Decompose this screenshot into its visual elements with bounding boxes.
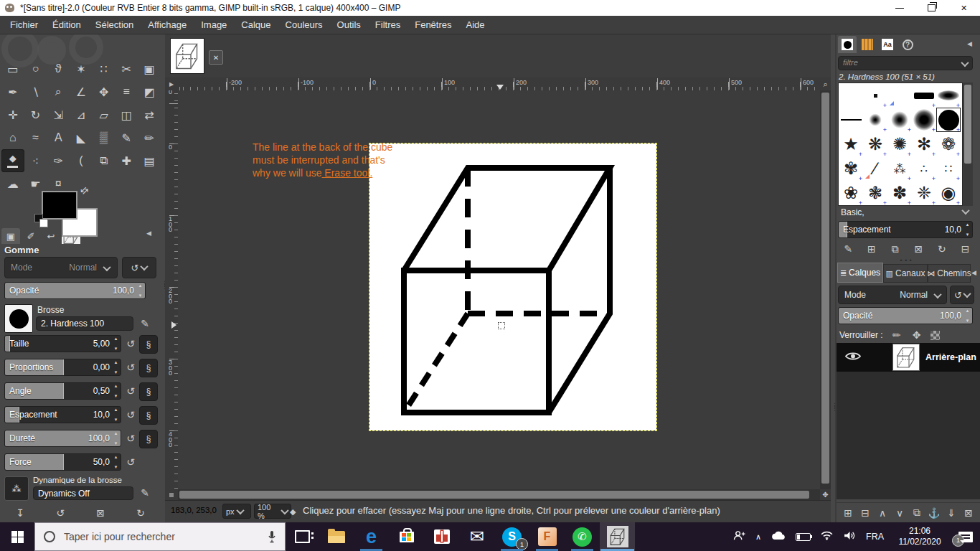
menu-image[interactable]: Image (194, 19, 234, 30)
brush-oil-stroke[interactable]: ∕ (863, 156, 887, 181)
layer-opacity[interactable]: Opacité100,0▴▾ (838, 307, 973, 324)
brush-block-bar[interactable] (912, 83, 936, 108)
brush-blank[interactable] (839, 83, 863, 108)
link-2-icon[interactable]: § (139, 382, 158, 401)
delete-tool-preset-icon[interactable]: ⊠ (92, 505, 109, 521)
merge-down-icon[interactable]: ⇓ (943, 505, 960, 521)
people-icon[interactable] (732, 530, 746, 544)
tab-layers[interactable]: ≣Calques (837, 263, 883, 283)
default-colors-icon-bg[interactable] (39, 219, 48, 227)
tool-ellipse-select[interactable]: ○ (24, 57, 47, 80)
tab-undo-history[interactable]: ↩ (42, 228, 60, 244)
tool-transform-3d[interactable]: ◫ (115, 103, 138, 126)
battery-icon[interactable] (796, 533, 811, 541)
new-brush-icon[interactable]: ⊞ (863, 241, 880, 257)
vertical-scrollbar[interactable] (820, 90, 831, 489)
option-taille[interactable]: Taille5,00▴▾ (4, 335, 121, 352)
raise-layer-icon[interactable]: ∧ (874, 505, 891, 521)
taskbar-app-fusion[interactable]: F (529, 522, 565, 551)
option-durete-spinner[interactable]: ▴▾ (112, 431, 120, 446)
brush-grid-scrollbar[interactable] (963, 83, 973, 206)
delete-layer-icon[interactable]: ⊠ (960, 505, 977, 521)
taskbar-search-input[interactable]: Taper ici pour rechercher (34, 522, 286, 551)
layer-mode-dropdown[interactable]: Mode Normal (838, 286, 947, 304)
option-force-spinner[interactable]: ▴▾ (112, 455, 120, 469)
option-angle-spinner[interactable]: ▴▾ (112, 384, 120, 398)
tab-brushes[interactable] (838, 36, 857, 53)
tab-tool-options[interactable]: ▣ (1, 228, 20, 244)
brush-dots-pattern[interactable]: ∷ (936, 156, 961, 181)
tool-move[interactable]: ✥ (93, 80, 116, 103)
brush-spacing[interactable]: Espacement10,0▴▾ (838, 221, 973, 238)
taskbar-app-skype[interactable]: S1 (494, 522, 529, 551)
tool-zoom[interactable]: ⌕ (47, 80, 70, 103)
layer-visibility-eye-icon[interactable] (845, 351, 862, 364)
collapse-dock-icon[interactable]: ◀ (967, 40, 972, 47)
option-proportions[interactable]: Proportions0,00▴▾ (4, 359, 121, 376)
brush-texture-2[interactable]: ❃ (863, 181, 887, 205)
tool-fuzzy-select[interactable]: ✶ (70, 57, 93, 80)
volume-icon[interactable] (843, 530, 857, 543)
taskbar-clock[interactable]: 21:06 11/02/2020 (893, 526, 946, 547)
brush-texture-3[interactable]: ✽ (887, 181, 912, 205)
brush-soft-round-large[interactable] (912, 108, 936, 132)
foreground-color-swatch[interactable] (42, 191, 77, 220)
horizontal-scrollbar[interactable] (178, 489, 820, 500)
task-view-button[interactable] (286, 522, 319, 551)
brush-texture-4[interactable]: ❈ (912, 181, 936, 205)
tool-text[interactable]: A (47, 126, 70, 149)
option-angle[interactable]: Angle0,50▴▾ (4, 382, 121, 400)
menu-edition[interactable]: Édition (45, 19, 88, 30)
anchor-layer-icon[interactable]: ⚓ (925, 505, 943, 521)
edit-brush-icon[interactable]: ✎ (136, 316, 154, 331)
show-hidden-icons-chevron[interactable]: ∧ (755, 532, 761, 542)
brush-name-field[interactable]: 2. Hardness 100 (36, 316, 133, 331)
tool-ink[interactable]: ✑ (47, 149, 70, 172)
menu-calque[interactable]: Calque (234, 19, 278, 30)
image-canvas[interactable] (369, 143, 656, 430)
zoom-follow-window-icon[interactable]: ⌕ (820, 77, 831, 90)
brush-hardness-100[interactable] (936, 108, 961, 132)
reset-1-icon[interactable]: ↺ (123, 360, 138, 375)
tool-scissors[interactable]: ✂ (115, 57, 138, 80)
lock-position-icon[interactable]: ✥ (910, 327, 923, 343)
link-4-icon[interactable]: § (139, 430, 158, 448)
tool-paintbrush[interactable]: ✏ (138, 126, 161, 149)
tool-warp[interactable]: ≈ (24, 126, 47, 149)
tool-unified-transform[interactable]: ✛ (1, 103, 24, 126)
brush-soft-round-small[interactable] (863, 108, 887, 132)
dynamics-field[interactable]: Dynamics Off (33, 486, 133, 500)
mode-dropdown[interactable]: Mode Normal (4, 257, 118, 278)
refresh-brushes-icon[interactable]: ↻ (933, 241, 951, 257)
tool-rect-select[interactable]: ▭ (1, 57, 24, 80)
brush-soft-round-medium[interactable] (887, 108, 912, 132)
brush-thin-line[interactable] (839, 108, 863, 132)
vertical-ruler[interactable]: -1000100200300400 (165, 90, 179, 489)
option-durete[interactable]: Dureté100,0▴▾ (4, 430, 121, 447)
restore-tool-preset-icon[interactable]: ↺ (52, 505, 69, 521)
tool-color-picker[interactable]: ∖ (24, 80, 47, 103)
option-opacity[interactable]: Opacité100,0▴▾ (4, 282, 146, 299)
tab-device-status[interactable]: ✐ (22, 228, 40, 244)
menu-aide[interactable]: Aide (459, 19, 492, 30)
dock-drag-handle[interactable]: ··· (900, 259, 914, 262)
taskbar-app-mail[interactable]: ✉ (459, 522, 494, 551)
tool-crop[interactable]: ◩ (138, 80, 161, 103)
lock-alpha-icon[interactable] (930, 331, 940, 340)
action-center-icon[interactable]: 1 (958, 532, 973, 542)
tool-free-select[interactable]: ϑ (47, 57, 70, 80)
menu-fichier[interactable]: Fichier (3, 19, 45, 30)
tool-bucket-fill[interactable]: ◣ (70, 126, 93, 149)
wifi-icon[interactable] (820, 530, 834, 543)
menu-fenetres[interactable]: Fenêtres (407, 19, 458, 30)
tool-flip[interactable]: ⇄ (138, 103, 161, 126)
close-button[interactable]: ✕ (948, 0, 980, 16)
tab-patterns[interactable] (858, 36, 877, 53)
tool-gradient[interactable]: ▒ (93, 126, 116, 149)
taskbar-app-edge[interactable]: e (354, 522, 389, 551)
zoom-dropdown[interactable]: 100 % (254, 504, 291, 519)
tab-fonts[interactable]: Aa (878, 36, 897, 53)
tool-clone[interactable]: ⧉ (93, 149, 116, 172)
taskbar-app-file-explorer[interactable] (319, 522, 354, 551)
link-1-icon[interactable]: § (139, 359, 158, 377)
